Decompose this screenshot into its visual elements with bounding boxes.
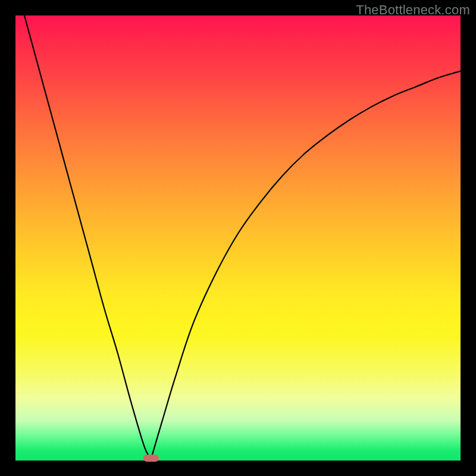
outer-frame: TheBottleneck.com [0, 0, 476, 476]
minimum-marker [143, 455, 159, 462]
curve-left-branch [24, 15, 151, 458]
chart-plot-area [15, 15, 461, 461]
watermark-text: TheBottleneck.com [356, 2, 470, 18]
bottleneck-curve [15, 15, 461, 461]
curve-right-branch [151, 71, 461, 459]
